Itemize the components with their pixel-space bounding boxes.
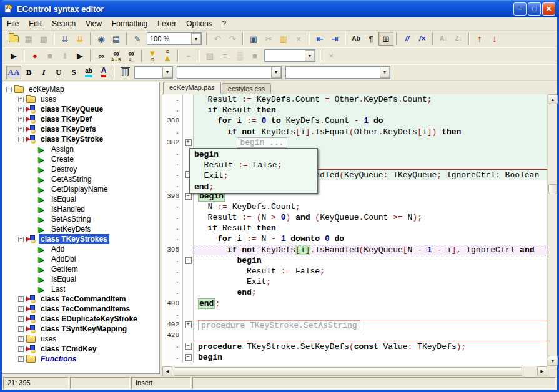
tree-item[interactable]: ▶GetAsString <box>2 174 159 184</box>
code-text[interactable]: if Result then <box>194 223 547 233</box>
dropdown-arrow-icon[interactable] <box>191 33 201 44</box>
hscroll-thumb[interactable] <box>174 367 522 376</box>
hscroll-left-button[interactable]: ◀ <box>162 366 172 376</box>
tab-eckeymap-pas[interactable]: ecKeyMap.pas <box>163 82 221 94</box>
tree-item[interactable]: +class TKeyDefs <box>2 124 159 134</box>
tree-item[interactable]: +class TSyntKeyMapping <box>2 324 159 334</box>
tree-item[interactable]: +class TecCommandItems <box>2 304 159 314</box>
menu-file[interactable]: File <box>2 18 24 29</box>
collapse-icon[interactable]: − <box>6 87 12 92</box>
dropdown-arrow-icon[interactable] <box>380 67 390 78</box>
tree-item[interactable]: −ecKeyMap <box>2 84 159 94</box>
tree-item[interactable]: +class TKeyQueue <box>2 104 159 114</box>
tree-item[interactable]: ▶IsEqual <box>2 274 159 284</box>
expand-icon[interactable]: + <box>18 117 24 122</box>
tree-item[interactable]: +class TCmdKey <box>2 344 159 354</box>
expand-icon[interactable]: + <box>18 107 24 112</box>
comment-button[interactable]: // <box>400 32 415 46</box>
code-text[interactable] <box>194 330 547 341</box>
maximize-button[interactable]: □ <box>528 2 541 16</box>
strike-button[interactable]: S <box>66 66 81 79</box>
font-color-button[interactable]: A <box>96 66 111 79</box>
code-line[interactable]: .−begin <box>162 352 547 363</box>
properties-button[interactable]: ✎ <box>130 32 145 46</box>
minimize-button[interactable]: – <box>513 2 527 16</box>
tree-item[interactable]: ▶IsEqual <box>2 194 159 204</box>
title-bar[interactable]: EControl syntax editor –□✕ <box>0 0 559 17</box>
tree-item[interactable]: ▶SetKeyDefs <box>2 224 159 234</box>
fold-collapse-icon[interactable]: − <box>185 193 192 200</box>
find-button[interactable]: ∞ <box>94 49 109 62</box>
replace-button[interactable]: ∞A→B <box>109 49 124 62</box>
menu-lexer[interactable]: Lexer <box>152 18 181 29</box>
menu-help[interactable]: ? <box>217 18 232 29</box>
menu-search[interactable]: Search <box>47 18 81 29</box>
tab-ecstyles-css[interactable]: ecstyles.css <box>222 83 271 94</box>
code-line[interactable]: . N := KeyDefs.Count; <box>162 202 547 212</box>
tree-item[interactable]: +uses <box>2 334 159 344</box>
code-line[interactable]: .−procedure TKeyStroke.SetKeyDefs(const … <box>162 341 547 351</box>
code-text[interactable]: begin ... <box>194 137 547 148</box>
show-special-chars-button[interactable]: ¶ <box>364 32 378 46</box>
code-text[interactable]: for i := N - 1 downto 0 do <box>194 233 547 244</box>
tree-item[interactable]: ▶SetAsString <box>2 214 159 224</box>
code-line[interactable]: . if Result then <box>162 223 547 233</box>
italic-button[interactable]: I <box>36 66 51 79</box>
fold-expand-icon[interactable]: + <box>185 321 192 328</box>
code-text[interactable]: Exit; <box>194 277 547 287</box>
code-text[interactable]: if Result then <box>194 105 547 115</box>
dropdown-arrow-icon[interactable] <box>305 50 315 61</box>
play-macro-button[interactable]: ▶ <box>72 49 87 62</box>
close-button[interactable]: ✕ <box>542 2 555 16</box>
font-name-combo[interactable] <box>177 66 282 79</box>
tree-item[interactable]: ▶Assign <box>2 144 159 154</box>
lexer-combo[interactable] <box>285 66 390 79</box>
tree-item[interactable]: +class TKeyDef <box>2 114 159 124</box>
vscroll-thumb[interactable] <box>548 184 557 194</box>
fold-expand-icon[interactable]: + <box>185 139 192 146</box>
font-dialog-button[interactable]: AA <box>6 66 21 79</box>
expand-icon[interactable]: + <box>18 306 24 312</box>
dropdown-arrow-icon[interactable] <box>271 67 281 78</box>
print-button[interactable]: ▤ <box>109 32 124 46</box>
tree-item[interactable]: ▶IsHandled <box>2 204 159 214</box>
code-line[interactable]: 382+ begin ... <box>162 137 547 148</box>
code-line[interactable]: 400end; <box>162 298 547 309</box>
code-text[interactable]: N := KeyDefs.Count; <box>194 202 547 212</box>
code-area[interactable]: . Result := KeyDefs.Count = Other.KeyDef… <box>162 94 557 376</box>
code-text[interactable]: begin <box>194 352 547 363</box>
code-text[interactable]: end; <box>194 287 547 298</box>
underline-button[interactable]: U <box>51 66 66 79</box>
code-line[interactable]: 395 if not KeyDefs[i].IsHandled(KeyQueue… <box>162 245 547 255</box>
code-line[interactable]: .− begin <box>162 255 547 266</box>
tree-item[interactable]: +class TecCommandItem <box>2 294 159 304</box>
code-text[interactable]: procedure TKeyStroke.SetAsString <box>194 320 547 330</box>
indent-button[interactable]: ⇥ <box>327 32 342 46</box>
clear-format-button[interactable] <box>117 66 132 79</box>
goto-line-button[interactable]: ∞#_ <box>124 49 139 62</box>
tree-item[interactable]: ▶Destroy <box>2 164 159 174</box>
code-text[interactable]: if not KeyDefs[i].IsHandled(KeyQueue[N -… <box>194 245 547 255</box>
move-down-button[interactable]: ↓ <box>487 32 502 46</box>
menu-edit[interactable]: Edit <box>24 18 47 29</box>
tree-item[interactable]: ▶GetDisplayName <box>2 184 159 194</box>
fold-collapse-icon[interactable]: − <box>185 343 192 350</box>
tree-item[interactable]: ▶AddDbl <box>2 254 159 264</box>
collapse-icon[interactable]: − <box>18 137 24 142</box>
code-line[interactable]: . Exit; <box>162 277 547 287</box>
editor-hscrollbar[interactable]: ◀ ▶ <box>162 366 547 376</box>
code-folding-button[interactable]: ⊞ <box>378 32 393 46</box>
expand-icon[interactable]: + <box>18 346 24 352</box>
code-line[interactable]: 420 <box>162 330 547 341</box>
code-line[interactable]: . for i := N - 1 downto 0 do <box>162 233 547 244</box>
code-line[interactable]: . Result := KeyDefs.Count = Other.KeyDef… <box>162 94 547 105</box>
editor-vscrollbar[interactable]: ▲ ▼ <box>547 94 557 366</box>
next-id-button[interactable]: ▼ID <box>145 49 160 62</box>
export-button[interactable]: ⇊ <box>57 32 72 46</box>
prev-id-button[interactable]: ID▲ <box>160 49 175 62</box>
hscroll-right-button[interactable]: ▶ <box>537 366 547 376</box>
code-line[interactable]: . if Result then <box>162 105 547 115</box>
code-line[interactable]: 380 for i := 0 to KeyDefs.Count - 1 do <box>162 115 547 126</box>
expand-icon[interactable]: + <box>18 97 24 102</box>
tree-item[interactable]: ▶Create <box>2 154 159 164</box>
